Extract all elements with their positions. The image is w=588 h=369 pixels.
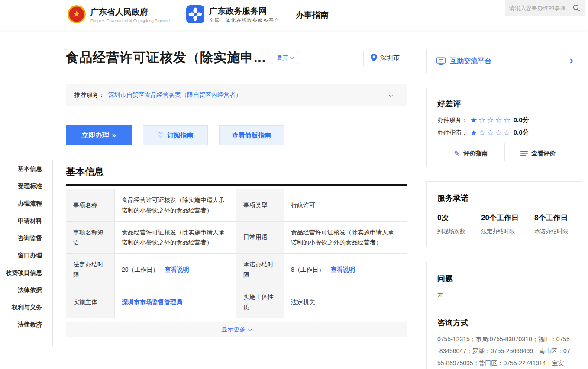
subscribe-label: 订阅指南 — [167, 132, 193, 140]
promise-value: 0次 — [437, 213, 465, 223]
map-pin-icon — [371, 54, 377, 62]
subscribe-guide-button[interactable]: ♡ 订阅指南 — [143, 125, 208, 145]
section-nav: 基本信息 受理标准 办理流程 申请材料 咨询监督 窗口办理 收费项目信息 法律依… — [0, 30, 66, 346]
rating-score: 0.0分 — [514, 128, 529, 137]
heart-icon: ♡ — [158, 132, 164, 139]
title-expand-button[interactable]: 展开 — [272, 52, 298, 64]
sidebar-item-process[interactable]: 办理流程 — [0, 195, 42, 212]
gov-title: 广东省人民政府 — [90, 7, 170, 17]
sidebar-item-legal-basis[interactable]: 法律依据 — [0, 281, 42, 298]
sidebar-item-materials[interactable]: 申请材料 — [0, 212, 42, 229]
exchange-platform-card[interactable]: 互助交流平台 — [426, 49, 582, 73]
page-title: 食品经营许可证核发（除实施申... — [66, 49, 266, 67]
sidebar-item-fees[interactable]: 收费项目信息 — [0, 264, 42, 281]
expand-label: 展开 — [277, 54, 288, 62]
basic-info-table: 事项名称 食品经营许可证核发（除实施申请人承诺制的小餐饮之外的食品经营者） 事项… — [66, 189, 407, 318]
table-row: 实施主体 深圳市市场监督管理局 实施主体性质 法定机关 — [66, 286, 407, 318]
chevron-right-icon — [569, 59, 572, 63]
question-value: 无 — [437, 291, 572, 298]
table-row: 事项名称短语 食品经营许可证核发（除实施申请人承诺制的小餐饮之外的食品经营者） … — [66, 221, 407, 254]
view-reviews-button[interactable]: 查看评价 — [504, 143, 572, 161]
contact-text: 0755-12315；市局:0755-83070310；福田：0755-8345… — [437, 334, 572, 369]
rating-actions: ✎ 评价指南 查看评价 — [437, 143, 572, 161]
sidebar-item-basic-info[interactable]: 基本信息 — [0, 160, 42, 177]
show-more-button[interactable]: 显示更多 — [66, 322, 407, 337]
rating-heading: 好差评 — [437, 99, 572, 109]
gov-logo[interactable]: 广东省人民政府 People's Government of Guangdong… — [67, 5, 170, 26]
chevron-down-icon — [248, 327, 252, 331]
rating-row-service: 办件服务： ★☆☆☆☆ 0.0分 — [437, 116, 572, 124]
promise-label: 承诺办结时限 — [534, 228, 568, 235]
star-icon: ☆ — [478, 128, 487, 137]
recommend-bar: 推荐服务： 深圳市自贸区食品经营备案（限自贸区内经营者） — [66, 84, 407, 106]
site-header: 广东省人民政府 People's Government of Guangdong… — [0, 0, 588, 30]
table-row: 法定办结时限 20（工作日） 查看说明 承诺办结时限 8（工作日） 查看说明 — [66, 254, 407, 286]
recommend-service-link[interactable]: 深圳市自贸区食品经营备案（限自贸区内经营者） — [108, 91, 242, 99]
page-name: 办事指南 — [296, 10, 329, 21]
field-label: 事项类型 — [236, 189, 284, 222]
recommend-toggle[interactable] — [387, 92, 392, 99]
value-text: 8（工作日） — [291, 266, 325, 273]
apply-now-button[interactable]: 立即办理 » — [66, 125, 132, 145]
star-icon: ☆ — [487, 128, 495, 137]
recommend-label: 推荐服务： — [74, 91, 105, 99]
sidebar-item-accept-standard[interactable]: 受理标准 — [0, 177, 42, 195]
star-rating[interactable]: ★☆☆☆☆ — [470, 116, 512, 124]
header-divider — [178, 9, 178, 22]
promise-heading: 服务承诺 — [437, 193, 572, 203]
question-contact-card: 问题 无 咨询方式 0755-12315；市局:0755-83070310；福田… — [426, 262, 582, 369]
apply-label: 立即办理 — [81, 131, 109, 140]
chevron-down-icon — [389, 93, 393, 97]
rate-guide-label: 评价指南 — [463, 150, 488, 157]
field-value: 法定机关 — [284, 286, 407, 318]
promise-item-statutory: 20个工作日 法定办结时限 — [481, 213, 519, 235]
header-divider — [288, 9, 288, 22]
sidebar-item-rights[interactable]: 权利与义务 — [0, 298, 42, 316]
view-note-link[interactable]: 查看说明 — [165, 266, 189, 273]
field-value: 20（工作日） 查看说明 — [115, 254, 236, 286]
gov-subtitle: People's Government of Guangdong Provinc… — [90, 19, 170, 23]
rating-row-guide: 办件指南： ★☆☆☆☆ 0.0分 — [437, 128, 572, 137]
portal-logo[interactable]: 广东政务服务网 全国一体化在线政务服务平台 — [186, 5, 280, 26]
sidebar-item-consult[interactable]: 咨询监督 — [0, 229, 42, 247]
field-value: 食品经营许可证核发（除实施申请人承诺制的小餐饮之外的食品经营者） — [115, 221, 236, 254]
promise-label: 法定办结时限 — [481, 228, 519, 235]
pencil-icon: ✎ — [454, 150, 460, 157]
city-label: 深圳市 — [380, 54, 400, 62]
main-content: 食品经营许可证核发（除实施申... 展开 深圳市 推荐服务： 深圳市自贸区食品经… — [66, 30, 407, 369]
agency-link[interactable]: 深圳市市场监督管理局 — [122, 298, 182, 305]
rate-guide-button[interactable]: ✎ 评价指南 — [437, 143, 504, 161]
national-emblem-icon — [67, 5, 86, 26]
rating-label: 办件指南： — [437, 129, 468, 137]
star-icon: ☆ — [495, 116, 503, 125]
portal-flower-icon — [186, 5, 205, 26]
city-selector[interactable]: 深圳市 — [363, 50, 407, 66]
star-icon: ☆ — [478, 116, 487, 125]
header-search — [505, 0, 585, 16]
dashed-divider — [437, 308, 572, 308]
exchange-platform-icon — [436, 57, 446, 65]
search-icon[interactable] — [573, 4, 580, 12]
star-rating[interactable]: ★☆☆☆☆ — [470, 129, 512, 137]
field-label: 法定办结时限 — [66, 254, 115, 286]
field-label: 事项名称 — [66, 189, 115, 222]
star-icon: ☆ — [495, 128, 503, 137]
right-panel: 互助交流平台 好差评 办件服务： ★☆☆☆☆ 0.0分 办件指南： ★☆☆☆☆ … — [426, 30, 582, 369]
field-value: 行政许可 — [284, 189, 407, 222]
simple-guide-button[interactable]: 查看简版指南 — [219, 125, 284, 145]
star-icon: ★ — [470, 128, 478, 137]
show-more-label: 显示更多 — [222, 326, 246, 334]
promise-value: 20个工作日 — [481, 213, 519, 223]
search-input[interactable] — [509, 5, 573, 11]
sidebar-item-window[interactable]: 窗口办理 — [0, 247, 42, 264]
field-value: 食品经营许可证核发（除实施申请人承诺制的小餐饮之外的食品经营者） — [115, 189, 236, 222]
promise-value: 8个工作日 — [534, 213, 568, 223]
star-icon: ☆ — [487, 116, 495, 125]
star-icon: ☆ — [504, 128, 512, 137]
service-promise-card: 服务承诺 0次 到现场次数 20个工作日 法定办结时限 8个工作日 承诺办结时限 — [426, 181, 582, 247]
field-label: 承诺办结时限 — [236, 254, 284, 286]
view-note-link[interactable]: 查看说明 — [331, 266, 355, 273]
promise-item-committed: 8个工作日 承诺办结时限 — [534, 213, 568, 235]
sidebar-item-legal-remedy[interactable]: 法律救济 — [0, 316, 42, 333]
field-value: 8（工作日） 查看说明 — [284, 254, 407, 286]
